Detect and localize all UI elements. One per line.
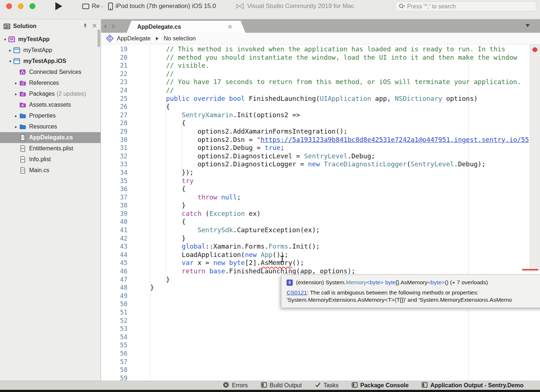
code-line-22[interactable]: 22 // xyxy=(101,70,540,78)
tree-item-assets-xcassets[interactable]: Assets.xcassets xyxy=(0,99,100,110)
tree-item-references[interactable]: ▸References xyxy=(0,78,100,88)
code-line-38[interactable]: 38 } xyxy=(101,201,540,210)
sidebar-scrollbar-thumb[interactable] xyxy=(98,29,100,47)
solution-icon xyxy=(8,36,15,43)
error-position-marker[interactable] xyxy=(522,269,538,270)
code-line-35[interactable]: 35 try xyxy=(101,177,540,185)
code-text: SentryXamarin.Init(options2 => xyxy=(134,111,300,119)
tab-list-dropdown-icon[interactable] xyxy=(525,24,530,27)
configuration-icon xyxy=(82,4,89,9)
code-line-26[interactable]: 26 { xyxy=(101,103,540,111)
dock-item-tasks[interactable]: Tasks xyxy=(315,382,339,389)
disclosure-down-icon[interactable]: ▾ xyxy=(7,59,13,64)
disclosure-right-icon[interactable]: ▸ xyxy=(13,81,19,86)
code-line-54[interactable]: 54 xyxy=(101,333,540,341)
code-line-32[interactable]: 32 options2.DiagnosticLevel = SentryLeve… xyxy=(101,152,540,161)
tree-item-connected-services[interactable]: Connected Services xyxy=(0,67,100,78)
code-line-58[interactable]: 58 xyxy=(101,366,540,374)
navigate-back-button[interactable]: ‹ xyxy=(104,22,107,30)
code-line-31[interactable]: 31 options2.Debug = true; xyxy=(101,144,540,152)
line-number: 24 xyxy=(101,86,127,95)
code-line-43[interactable]: 43 global::Xamarin.Forms.Forms.Init(); xyxy=(101,242,540,251)
code-line-53[interactable]: 53 xyxy=(101,325,540,333)
folder-blue-icon xyxy=(19,123,26,130)
folder-purple-icon xyxy=(19,90,26,98)
tree-item-entitlements-plist[interactable]: Entitlements.plist xyxy=(0,143,100,154)
code-line-23[interactable]: 23 // You have 17 seconds to return from… xyxy=(101,78,540,86)
vs-mac-window: { "theme": { "accent_comment": "#3f7f3f"… xyxy=(0,0,540,392)
solution-pad-icon xyxy=(4,24,10,29)
code-token[interactable]: https://5a193123a9b841bc8d8e42531e7242a1… xyxy=(261,136,529,143)
code-line-56[interactable]: 56 xyxy=(101,349,540,358)
line-number: 54 xyxy=(101,333,127,341)
code-line-30[interactable]: 30 options2.Dsn = "https://5a193123a9b84… xyxy=(101,136,540,144)
code-line-51[interactable]: 51 xyxy=(101,308,540,317)
code-line-24[interactable]: 24 // xyxy=(101,86,540,95)
global-search-field[interactable] xyxy=(395,1,536,11)
code-token: }); xyxy=(182,169,194,176)
tree-item-main-cs[interactable]: {}Main.cs xyxy=(0,165,100,176)
tree-item-properties[interactable]: ▸Properties xyxy=(0,110,100,121)
run-configuration-selector[interactable]: Re › iPod touch (7th generation) iOS 15.… xyxy=(82,3,216,10)
dock-item-build-output[interactable]: Build Output xyxy=(261,382,302,389)
code-line-52[interactable]: 52 xyxy=(101,317,540,325)
disclosure-right-icon[interactable]: ▸ xyxy=(13,114,19,118)
zoom-window-button[interactable] xyxy=(29,3,35,9)
code-line-29[interactable]: 29 options2.AddXamarinFormsIntegration()… xyxy=(101,127,540,136)
search-input[interactable] xyxy=(407,3,533,10)
error-code-link[interactable]: CS0121 xyxy=(287,289,307,296)
code-line-36[interactable]: 36 { xyxy=(101,185,540,193)
dock-item-application-output-sentry-demo[interactable]: Application Output - Sentry.Demo xyxy=(422,382,524,389)
code-line-44[interactable]: 44 LoadApplication(new App()); xyxy=(101,251,540,259)
tree-item-packages[interactable]: ▸Packages(2 updates) xyxy=(0,88,100,99)
code-line-20[interactable]: 20 // method you should instantiate the … xyxy=(101,54,540,62)
breadcrumb-class[interactable]: AppDelegate xyxy=(117,35,151,42)
code-line-42[interactable]: 42 } xyxy=(101,234,540,243)
code-line-21[interactable]: 21 // visible. xyxy=(101,62,540,70)
disclosure-right-icon[interactable]: ▸ xyxy=(7,48,13,53)
code-line-39[interactable]: 39 catch (Exception ex) xyxy=(101,210,540,218)
line-number: 46 xyxy=(101,267,127,276)
dock-item-label: Tasks xyxy=(324,382,339,389)
code-line-19[interactable]: 19 // This method is invoked when the ap… xyxy=(101,45,540,54)
tree-item-info-plist[interactable]: Info.plist xyxy=(0,154,100,165)
code-line-25[interactable]: 25 public override bool FinishedLaunchin… xyxy=(101,95,540,103)
pin-pad-icon[interactable] xyxy=(83,23,88,29)
code-line-37[interactable]: 37 throw null; xyxy=(101,193,540,202)
run-button[interactable] xyxy=(55,2,62,10)
editor-scrollbar-gutter[interactable] xyxy=(530,44,540,271)
tab-appdelegate[interactable]: AppDelegate.cs xyxy=(127,21,245,33)
disclosure-right-icon[interactable]: ▸ xyxy=(13,124,19,129)
code-line-34[interactable]: 34 }); xyxy=(101,169,540,177)
code-line-55[interactable]: 55 xyxy=(101,341,540,349)
code-text: try xyxy=(134,177,194,185)
navigate-forward-button[interactable]: › xyxy=(112,22,114,30)
code-line-41[interactable]: 41 SentrySdk.CaptureException(ex); xyxy=(101,226,540,234)
error-indicator-icon[interactable] xyxy=(532,47,537,52)
code-line-45[interactable]: 45 var x = new byte[2].AsMemory(); xyxy=(101,259,540,267)
code-editor[interactable]: 19 // This method is invoked when the ap… xyxy=(101,44,540,381)
app-title-group: Visual Studio Community 2019 for Mac xyxy=(236,0,354,12)
minimize-window-button[interactable] xyxy=(18,3,24,9)
code-line-57[interactable]: 57 xyxy=(101,358,540,366)
code-line-33[interactable]: 33 options2.DiagnosticLogger = new Trace… xyxy=(101,160,540,169)
code-line-59[interactable]: 59 xyxy=(101,374,540,381)
tree-item-mytestapp[interactable]: ▾myTestApp xyxy=(0,34,100,45)
close-pad-icon[interactable] xyxy=(92,23,97,29)
breadcrumb-selection[interactable]: No selection xyxy=(164,35,196,42)
code-token: { xyxy=(166,103,170,110)
dock-item-package-console[interactable]: Package Console xyxy=(352,382,409,389)
code-line-40[interactable]: 40 { xyxy=(101,218,540,226)
code-line-28[interactable]: 28 { xyxy=(101,119,540,127)
code-line-27[interactable]: 27 SentryXamarin.Init(options2 => xyxy=(101,111,540,119)
line-number: 50 xyxy=(101,300,127,308)
tree-item-appdelegate-cs[interactable]: {}AppDelegate.cs xyxy=(0,132,100,143)
close-window-button[interactable] xyxy=(6,3,12,9)
tree-item-mytestapp[interactable]: ▸myTestApp xyxy=(0,45,100,56)
extension-method-icon: X xyxy=(287,280,293,286)
tree-item-resources[interactable]: ▸Resources xyxy=(0,121,100,132)
dock-item-errors[interactable]: Errors xyxy=(223,382,248,389)
disclosure-down-icon[interactable]: ▾ xyxy=(2,37,8,42)
disclosure-right-icon[interactable]: ▸ xyxy=(13,92,19,96)
tree-item-mytestapp-ios[interactable]: ▾myTestApp.iOS xyxy=(0,56,100,67)
